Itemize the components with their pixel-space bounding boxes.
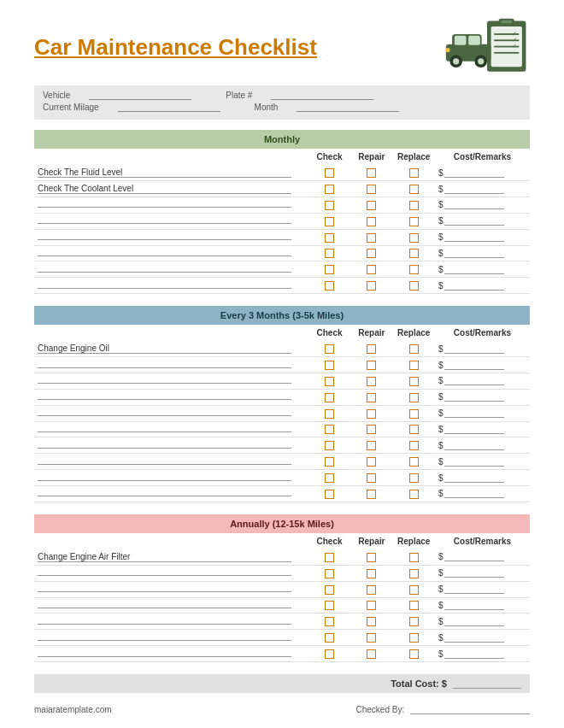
monthly-repair-input-1[interactable] (367, 168, 376, 178)
monthly-replace-input-2[interactable] (409, 185, 419, 194)
plate-label: Plate # (226, 91, 252, 100)
annual-section-header: Annually (12-15k Miles) (34, 514, 530, 533)
annual-col-replace: Replace (393, 533, 435, 549)
quarterly-row-4: $ (34, 389, 530, 405)
month-input-line (297, 103, 399, 112)
monthly-row-2: Check The Coolant Level $ (34, 181, 530, 197)
svg-rect-14 (468, 36, 480, 45)
quarterly-header-cell: Every 3 Months (3-5k Miles) (34, 306, 530, 325)
quarterly-col-check: Check (308, 325, 350, 341)
mileage-input-line (118, 103, 220, 112)
quarterly-section: Every 3 Months (3-5k Miles) Check Repair… (34, 306, 530, 502)
quarterly-col-repair: Repair (350, 325, 392, 341)
monthly-col-cost: Cost/Remarks (435, 149, 530, 165)
monthly-item-2: Check The Coolant Level (34, 181, 308, 197)
mileage-label: Current Milage (43, 103, 99, 112)
vehicle-label: Vehicle (43, 91, 70, 100)
checked-by-line (410, 713, 530, 714)
svg-text:✓: ✓ (512, 42, 517, 50)
total-label: Total Cost: $ (391, 678, 447, 689)
footer: maiaratemplate.com Checked By: (34, 705, 530, 714)
svg-point-16 (453, 58, 459, 64)
annual-row-1: Change Engine Air Filter $ (34, 549, 530, 566)
total-row: Total Cost: $ (34, 674, 530, 693)
checked-by-label: Checked By: (356, 705, 405, 714)
quarterly-section-header: Every 3 Months (3-5k Miles) (34, 306, 530, 325)
quarterly-row-3: $ (34, 373, 530, 390)
monthly-col-replace: Replace (393, 149, 435, 165)
monthly-table: Monthly Check Repair Replace Cost/Remark… (34, 130, 530, 294)
month-label: Month (255, 103, 279, 112)
monthly-col-repair: Repair (350, 149, 392, 165)
annual-row-7: $ (34, 646, 530, 662)
quarterly-row-6: $ (34, 421, 530, 437)
car-clipboard-icon: ✓ ✓ ✓ (444, 17, 530, 77)
website-label: maiaratemplate.com (34, 705, 112, 714)
monthly-col-item (34, 149, 308, 165)
svg-point-18 (478, 58, 484, 64)
svg-rect-3 (501, 21, 512, 24)
annual-row-6: $ (34, 630, 530, 646)
quarterly-col-item (34, 325, 308, 341)
svg-rect-19 (446, 48, 450, 52)
monthly-row-6: $ (34, 245, 530, 261)
monthly-replace-input-1[interactable] (409, 168, 419, 178)
monthly-repair-1[interactable] (350, 165, 392, 181)
title-area: Car Maintenance Checklist ✓ ✓ ✓ (34, 17, 530, 77)
quarterly-row-9: $ (34, 470, 530, 486)
annual-col-headers: Check Repair Replace Cost/Remarks (34, 533, 530, 549)
monthly-repair-input-2[interactable] (367, 185, 376, 194)
monthly-section-header: Monthly (34, 130, 530, 149)
info-section: Vehicle Plate # Current Milage Month (34, 85, 530, 120)
plate-input-line (271, 91, 373, 100)
annual-header-cell: Annually (12-15k Miles) (34, 514, 530, 533)
total-line (453, 688, 521, 689)
quarterly-row-8: $ (34, 454, 530, 470)
monthly-item-1: Check The Fluid Level (34, 165, 308, 181)
monthly-col-check: Check (308, 149, 350, 165)
monthly-cost-1: $ (435, 165, 530, 181)
annual-col-item (34, 533, 308, 549)
checked-by-area: Checked By: (356, 705, 530, 714)
monthly-row-5: $ (34, 229, 530, 245)
annual-col-check: Check (308, 533, 350, 549)
monthly-replace-1[interactable] (393, 165, 435, 181)
info-row-2: Current Milage Month (43, 103, 521, 112)
monthly-row-8: $ (34, 278, 530, 294)
annual-table: Annually (12-15k Miles) Check Repair Rep… (34, 514, 530, 662)
monthly-row-4: $ (34, 213, 530, 229)
quarterly-row-5: $ (34, 405, 530, 421)
svg-rect-13 (455, 36, 467, 45)
vehicle-input-line (89, 91, 191, 100)
quarterly-row-2: $ (34, 357, 530, 373)
monthly-header-cell: Monthly (34, 130, 530, 149)
annual-col-repair: Repair (350, 533, 392, 549)
quarterly-table: Every 3 Months (3-5k Miles) Check Repair… (34, 306, 530, 502)
quarterly-col-headers: Check Repair Replace Cost/Remarks (34, 325, 530, 341)
monthly-check-1[interactable] (308, 165, 350, 181)
annual-row-3: $ (34, 581, 530, 597)
quarterly-row-7: $ (34, 437, 530, 454)
monthly-row-1: Check The Fluid Level $ (34, 165, 530, 181)
monthly-row-7: $ (34, 261, 530, 278)
monthly-cost-2: $ (435, 181, 530, 197)
monthly-col-headers: Check Repair Replace Cost/Remarks (34, 149, 530, 165)
monthly-check-input-1[interactable] (325, 168, 334, 178)
quarterly-col-replace: Replace (393, 325, 435, 341)
annual-col-cost: Cost/Remarks (435, 533, 530, 549)
annual-section: Annually (12-15k Miles) Check Repair Rep… (34, 514, 530, 662)
page-title: Car Maintenance Checklist (34, 34, 317, 61)
annual-row-5: $ (34, 614, 530, 630)
quarterly-row-1: Change Engine Oil $ (34, 341, 530, 357)
monthly-section: Monthly Check Repair Replace Cost/Remark… (34, 130, 530, 294)
info-row-1: Vehicle Plate # (43, 91, 521, 100)
quarterly-col-cost: Cost/Remarks (435, 325, 530, 341)
quarterly-row-10: $ (34, 486, 530, 502)
monthly-check-input-2[interactable] (325, 185, 334, 194)
annual-row-2: $ (34, 565, 530, 581)
annual-row-4: $ (34, 597, 530, 614)
monthly-row-3: $ (34, 197, 530, 214)
